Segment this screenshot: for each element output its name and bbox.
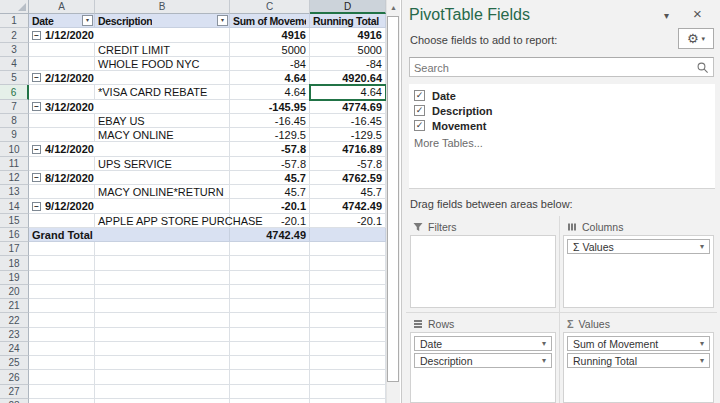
cell-D10[interactable]: 4716.89	[310, 142, 386, 157]
tools-button[interactable]: ⚙ ▾	[678, 28, 714, 49]
cell-C13[interactable]: 45.7	[230, 185, 310, 199]
row-header-12[interactable]: 12	[0, 171, 29, 185]
row-header-20[interactable]: 20	[0, 285, 29, 299]
cell-C14[interactable]: -20.1	[230, 199, 310, 214]
cell-D22[interactable]	[310, 313, 386, 328]
cell-D7[interactable]: 4774.69	[310, 100, 386, 114]
area-item-sum-of-movement[interactable]: Sum of Movement▾	[567, 336, 710, 351]
cell-D17[interactable]	[310, 242, 386, 256]
area-item-date[interactable]: Date▾	[414, 336, 552, 351]
description-filter-button[interactable]: ▾	[217, 15, 228, 26]
cell-A28[interactable]	[29, 399, 95, 403]
cell-D13[interactable]: 45.7	[310, 185, 386, 199]
cell-B9[interactable]: MACY ONLINE	[95, 128, 230, 142]
cell-D11[interactable]: -57.8	[310, 157, 386, 171]
cell-B24[interactable]	[95, 342, 230, 356]
cell-C12[interactable]: 45.7	[230, 171, 310, 185]
field-checkbox-description[interactable]: ✓	[414, 105, 425, 116]
filters-drop-area[interactable]	[410, 235, 556, 308]
field-checkbox-date[interactable]: ✓	[414, 90, 425, 101]
column-header-B[interactable]: B	[95, 0, 230, 14]
more-tables-link[interactable]: More Tables...	[414, 137, 483, 149]
cell-D14[interactable]: 4742.49	[310, 199, 386, 214]
cell-C17[interactable]	[230, 242, 310, 256]
cell-D4[interactable]: -84	[310, 57, 386, 71]
cell-A20[interactable]	[29, 285, 95, 299]
cell-D28[interactable]	[310, 399, 386, 403]
cell-D1[interactable]: Running Total	[310, 14, 386, 28]
field-row-date[interactable]: ✓Date	[414, 88, 456, 103]
cell-C25[interactable]	[230, 356, 310, 370]
cell-B14[interactable]	[95, 199, 230, 214]
cell-C22[interactable]	[230, 313, 310, 328]
field-checkbox-movement[interactable]: ✓	[414, 120, 425, 131]
cell-A4[interactable]	[29, 57, 95, 71]
cell-D16[interactable]	[310, 228, 386, 242]
cell-C15[interactable]: -20.1	[230, 214, 310, 228]
columns-drop-area[interactable]: Σ Values▾	[563, 235, 714, 308]
collapse-button[interactable]: −	[32, 31, 41, 40]
row-header-26[interactable]: 26	[0, 370, 29, 385]
cell-B18[interactable]	[95, 256, 230, 271]
row-header-8[interactable]: 8	[0, 114, 29, 128]
cell-C2[interactable]: 4916	[230, 28, 310, 43]
collapse-button[interactable]: −	[32, 145, 41, 154]
cell-A24[interactable]	[29, 342, 95, 356]
cell-A6[interactable]	[29, 85, 95, 100]
row-header-13[interactable]: 13	[0, 185, 29, 199]
cell-A1[interactable]: Date▾	[29, 14, 95, 28]
cell-A27[interactable]	[29, 385, 95, 399]
field-row-movement[interactable]: ✓Movement	[414, 118, 486, 133]
rows-drop-area[interactable]: Date▾Description▾	[410, 332, 556, 403]
cell-D2[interactable]: 4916	[310, 28, 386, 43]
cell-B11[interactable]: UPS SERVICE	[95, 157, 230, 171]
collapse-button[interactable]: −	[32, 102, 41, 111]
cell-C11[interactable]: -57.8	[230, 157, 310, 171]
collapse-button[interactable]: −	[32, 173, 41, 182]
cell-C27[interactable]	[230, 385, 310, 399]
cell-C6[interactable]: 4.64	[230, 85, 310, 100]
cell-C28[interactable]	[230, 399, 310, 403]
row-header-23[interactable]: 23	[0, 328, 29, 342]
scrollbar-thumb[interactable]	[387, 16, 399, 382]
cell-B21[interactable]	[95, 299, 230, 313]
cell-D6[interactable]: 4.64	[310, 85, 386, 100]
cell-B28[interactable]	[95, 399, 230, 403]
cell-D18[interactable]	[310, 256, 386, 271]
column-header-C[interactable]: C	[230, 0, 310, 14]
cell-B3[interactable]: CREDIT LIMIT	[95, 43, 230, 57]
cell-C9[interactable]: -129.5	[230, 128, 310, 142]
cell-C3[interactable]: 5000	[230, 43, 310, 57]
values-drop-area[interactable]: Sum of Movement▾Running Total▾	[563, 332, 714, 403]
cell-D26[interactable]	[310, 370, 386, 385]
cell-A16[interactable]: Grand Total	[29, 228, 230, 242]
row-header-15[interactable]: 15	[0, 214, 29, 228]
cell-B2[interactable]	[95, 28, 230, 43]
column-header-D[interactable]: D	[310, 0, 386, 14]
cell-B22[interactable]	[95, 313, 230, 328]
cell-A25[interactable]	[29, 356, 95, 370]
cell-B20[interactable]	[95, 285, 230, 299]
cell-B7[interactable]	[95, 100, 230, 114]
row-header-6[interactable]: 6	[0, 85, 29, 100]
cell-B15[interactable]: APPLE APP STORE PURCHASE	[95, 214, 230, 228]
cell-C7[interactable]: -145.95	[230, 100, 310, 114]
row-header-5[interactable]: 5	[0, 71, 29, 85]
row-header-3[interactable]: 3	[0, 43, 29, 57]
row-header-14[interactable]: 14	[0, 199, 29, 214]
cell-B4[interactable]: WHOLE FOOD NYC	[95, 57, 230, 71]
row-header-22[interactable]: 22	[0, 313, 29, 328]
row-header-9[interactable]: 9	[0, 128, 29, 142]
cell-A8[interactable]	[29, 114, 95, 128]
pane-close-icon[interactable]: ×	[693, 5, 702, 22]
cell-D24[interactable]	[310, 342, 386, 356]
cell-A13[interactable]	[29, 185, 95, 199]
row-header-7[interactable]: 7	[0, 100, 29, 114]
cell-D12[interactable]: 4762.59	[310, 171, 386, 185]
cell-C24[interactable]	[230, 342, 310, 356]
cell-D19[interactable]	[310, 271, 386, 285]
row-header-19[interactable]: 19	[0, 271, 29, 285]
row-header-21[interactable]: 21	[0, 299, 29, 313]
cell-C10[interactable]: -57.8	[230, 142, 310, 157]
cell-C18[interactable]	[230, 256, 310, 271]
